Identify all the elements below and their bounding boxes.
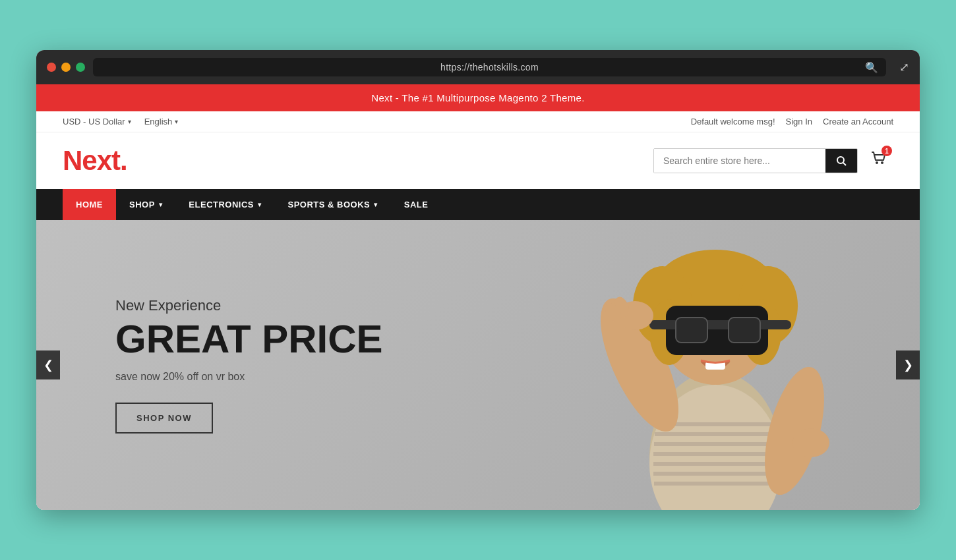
top-bar-right: Default welcome msg! Sign In Create an A… <box>691 117 893 126</box>
svg-point-30 <box>792 428 829 457</box>
cart-badge: 1 <box>881 146 892 156</box>
expand-icon[interactable]: ⤢ <box>899 60 909 74</box>
svg-rect-25 <box>729 318 760 343</box>
header-right: 1 <box>653 144 893 177</box>
nav-electronics-label: ELECTRONICS <box>189 200 254 210</box>
top-bar: USD - US Dollar ▾ English ▾ Default welc… <box>36 111 920 132</box>
prev-icon: ❮ <box>44 358 53 372</box>
search-bar <box>653 148 858 173</box>
url-text: https://thehotskills.com <box>440 62 539 72</box>
hero-content: New Experience GREAT PRICE save now 20% … <box>36 297 383 434</box>
currency-dropdown[interactable]: USD - US Dollar ▾ <box>63 117 131 126</box>
carousel-next-button[interactable]: ❯ <box>896 350 920 379</box>
search-button[interactable] <box>825 149 857 173</box>
hero-title: GREAT PRICE <box>115 320 383 359</box>
nav-shop-label: SHOP <box>129 200 155 210</box>
hero-section: New Experience GREAT PRICE save now 20% … <box>36 220 920 510</box>
language-dropdown[interactable]: English ▾ <box>144 117 179 126</box>
banner-text: Next - The #1 Multipurpose Magento 2 The… <box>371 92 584 103</box>
sign-in-link[interactable]: Sign In <box>786 117 812 126</box>
minimize-button[interactable] <box>61 63 71 72</box>
nav-sports-label: SPORTS & BOOKS <box>288 200 371 210</box>
hero-description: save now 20% off on vr box <box>115 371 383 383</box>
nav-item-sale[interactable]: SALE <box>391 189 442 220</box>
cart-button[interactable]: 1 <box>864 144 893 177</box>
next-icon: ❯ <box>903 358 913 372</box>
create-account-link[interactable]: Create an Account <box>823 117 893 126</box>
browser-chrome: https://thehotskills.com 🔍 ⤢ <box>36 50 920 84</box>
site-header: Next. <box>36 132 920 189</box>
nav-item-home[interactable]: HOME <box>63 189 116 220</box>
logo-dot: . <box>120 145 127 176</box>
currency-label: USD - US Dollar <box>63 117 125 126</box>
maximize-button[interactable] <box>76 63 85 72</box>
hero-subtitle: New Experience <box>115 297 383 314</box>
svg-point-2 <box>876 161 878 164</box>
language-label: English <box>144 117 173 126</box>
svg-rect-23 <box>649 320 791 329</box>
nav-item-sports-books[interactable]: SPORTS & BOOKS ▾ <box>275 189 391 220</box>
site-content: Next - The #1 Multipurpose Magento 2 The… <box>36 84 920 510</box>
sports-chevron-icon: ▾ <box>374 201 378 208</box>
close-button[interactable] <box>47 63 56 72</box>
browser-window: https://thehotskills.com 🔍 ⤢ Next - The … <box>36 50 920 510</box>
nav-sale-label: SALE <box>404 200 429 210</box>
traffic-lights <box>47 63 85 72</box>
electronics-chevron-icon: ▾ <box>258 201 262 208</box>
hero-illustration <box>537 220 867 510</box>
svg-point-0 <box>837 157 844 163</box>
top-bar-left: USD - US Dollar ▾ English ▾ <box>63 117 178 126</box>
currency-chevron: ▾ <box>128 118 131 125</box>
shop-chevron-icon: ▾ <box>159 201 163 208</box>
site-nav: HOME SHOP ▾ ELECTRONICS ▾ SPORTS & BOOKS… <box>36 189 920 220</box>
search-input[interactable] <box>654 149 825 173</box>
logo-text: Next <box>63 145 120 176</box>
shop-now-button[interactable]: SHOP NOW <box>115 403 213 434</box>
site-logo[interactable]: Next. <box>63 145 127 177</box>
nav-home-label: HOME <box>76 200 103 210</box>
svg-rect-24 <box>676 318 707 343</box>
browser-search-icon: 🔍 <box>865 61 878 74</box>
address-bar[interactable]: https://thehotskills.com 🔍 <box>93 58 886 76</box>
carousel-prev-button[interactable]: ❮ <box>36 350 60 379</box>
svg-line-1 <box>843 163 846 165</box>
nav-item-electronics[interactable]: ELECTRONICS ▾ <box>175 189 274 220</box>
nav-item-shop[interactable]: SHOP ▾ <box>116 189 175 220</box>
top-banner: Next - The #1 Multipurpose Magento 2 The… <box>36 84 920 111</box>
welcome-message: Default welcome msg! <box>691 117 775 126</box>
language-chevron: ▾ <box>175 118 178 125</box>
svg-point-3 <box>881 161 883 164</box>
